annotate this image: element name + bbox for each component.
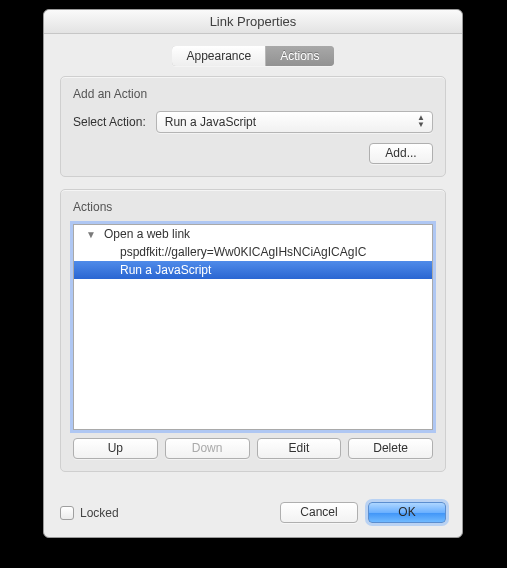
- tab-bar: Appearance Actions: [60, 46, 446, 66]
- select-action-dropdown[interactable]: Run a JavaScript ▲▼: [156, 111, 433, 133]
- list-item-selected[interactable]: Run a JavaScript: [74, 261, 432, 279]
- select-action-value: Run a JavaScript: [165, 115, 256, 129]
- window-title: Link Properties: [44, 10, 462, 34]
- list-item-label: Run a JavaScript: [120, 263, 211, 277]
- down-button[interactable]: Down: [165, 438, 250, 459]
- add-action-label: Add an Action: [73, 87, 433, 101]
- link-properties-dialog: Link Properties Appearance Actions Add a…: [43, 9, 463, 538]
- actions-list[interactable]: ▼ Open a web link pspdfkit://gallery=Ww0…: [73, 224, 433, 430]
- edit-button[interactable]: Edit: [257, 438, 342, 459]
- delete-button[interactable]: Delete: [348, 438, 433, 459]
- list-item[interactable]: pspdfkit://gallery=Ww0KICAgIHsNCiAgICAgI…: [74, 243, 432, 261]
- locked-label: Locked: [80, 506, 119, 520]
- ok-button[interactable]: OK: [368, 502, 446, 523]
- select-action-label: Select Action:: [73, 115, 146, 129]
- disclosure-triangle-icon[interactable]: ▼: [86, 229, 96, 240]
- checkbox-icon: [60, 506, 74, 520]
- add-button[interactable]: Add...: [369, 143, 433, 164]
- actions-label: Actions: [73, 200, 433, 214]
- locked-checkbox[interactable]: Locked: [60, 506, 119, 520]
- list-item[interactable]: ▼ Open a web link: [74, 225, 432, 243]
- list-item-label: Open a web link: [104, 227, 190, 241]
- tab-actions[interactable]: Actions: [266, 46, 333, 66]
- cancel-button[interactable]: Cancel: [280, 502, 358, 523]
- actions-group: Actions ▼ Open a web link pspdfkit://gal…: [60, 189, 446, 472]
- dropdown-arrows-icon: ▲▼: [416, 114, 426, 128]
- list-item-label: pspdfkit://gallery=Ww0KICAgIHsNCiAgICAgI…: [120, 245, 366, 259]
- up-button[interactable]: Up: [73, 438, 158, 459]
- tab-appearance[interactable]: Appearance: [172, 46, 266, 66]
- add-action-group: Add an Action Select Action: Run a JavaS…: [60, 76, 446, 177]
